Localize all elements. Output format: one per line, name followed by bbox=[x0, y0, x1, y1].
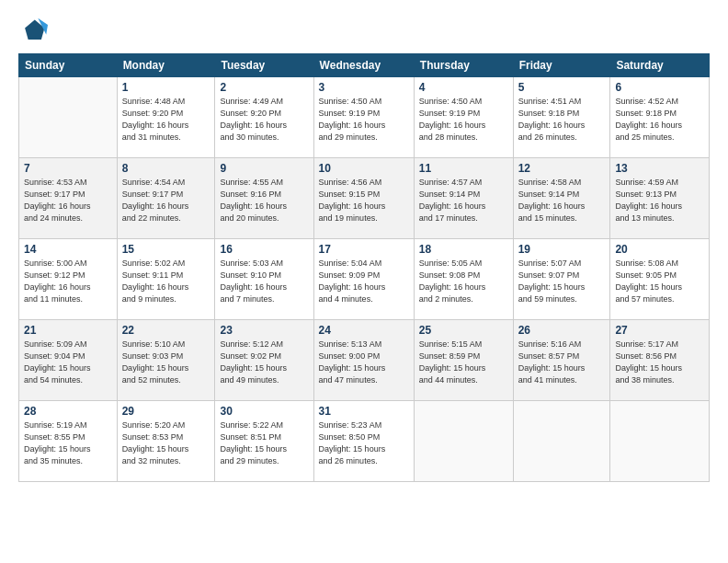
day-info: Sunrise: 5:16 AM Sunset: 8:57 PM Dayligh… bbox=[518, 339, 606, 386]
weekday-header-wednesday: Wednesday bbox=[313, 54, 414, 77]
day-number: 9 bbox=[220, 162, 308, 175]
calendar-cell: 22Sunrise: 5:10 AM Sunset: 9:03 PM Dayli… bbox=[117, 320, 215, 401]
calendar-cell: 20Sunrise: 5:08 AM Sunset: 9:05 PM Dayli… bbox=[610, 239, 710, 320]
day-number: 28 bbox=[24, 405, 112, 418]
calendar-cell: 29Sunrise: 5:20 AM Sunset: 8:53 PM Dayli… bbox=[117, 401, 215, 482]
day-info: Sunrise: 4:53 AM Sunset: 9:17 PM Dayligh… bbox=[24, 177, 112, 224]
calendar-cell: 18Sunrise: 5:05 AM Sunset: 9:08 PM Dayli… bbox=[414, 239, 513, 320]
calendar-cell bbox=[610, 401, 710, 482]
day-info: Sunrise: 4:52 AM Sunset: 9:18 PM Dayligh… bbox=[615, 96, 704, 144]
day-info: Sunrise: 5:20 AM Sunset: 8:53 PM Dayligh… bbox=[122, 419, 210, 467]
day-number: 13 bbox=[615, 162, 704, 175]
day-info: Sunrise: 4:58 AM Sunset: 9:14 PM Dayligh… bbox=[518, 177, 606, 224]
day-info: Sunrise: 5:22 AM Sunset: 8:51 PM Dayligh… bbox=[220, 419, 308, 467]
calendar-week-row: 21Sunrise: 5:09 AM Sunset: 9:04 PM Dayli… bbox=[19, 320, 710, 401]
day-number: 8 bbox=[122, 162, 210, 175]
weekday-header-monday: Monday bbox=[117, 54, 215, 77]
calendar-cell: 10Sunrise: 4:56 AM Sunset: 9:15 PM Dayli… bbox=[313, 158, 414, 239]
calendar-cell: 5Sunrise: 4:51 AM Sunset: 9:18 PM Daylig… bbox=[513, 77, 610, 158]
day-info: Sunrise: 5:19 AM Sunset: 8:55 PM Dayligh… bbox=[24, 419, 112, 467]
day-number: 26 bbox=[518, 324, 606, 337]
calendar-cell bbox=[513, 401, 610, 482]
page-header bbox=[18, 17, 710, 46]
day-info: Sunrise: 5:05 AM Sunset: 9:08 PM Dayligh… bbox=[419, 258, 508, 305]
day-info: Sunrise: 5:03 AM Sunset: 9:10 PM Dayligh… bbox=[220, 258, 308, 305]
day-number: 25 bbox=[419, 324, 508, 337]
day-number: 27 bbox=[615, 324, 704, 337]
calendar-cell: 16Sunrise: 5:03 AM Sunset: 9:10 PM Dayli… bbox=[215, 239, 313, 320]
calendar-header-row: SundayMondayTuesdayWednesdayThursdayFrid… bbox=[19, 54, 710, 77]
day-number: 16 bbox=[220, 243, 308, 256]
logo bbox=[18, 17, 51, 46]
calendar-body: 1Sunrise: 4:48 AM Sunset: 9:20 PM Daylig… bbox=[19, 77, 710, 482]
calendar-cell: 24Sunrise: 5:13 AM Sunset: 9:00 PM Dayli… bbox=[313, 320, 414, 401]
calendar-week-row: 28Sunrise: 5:19 AM Sunset: 8:55 PM Dayli… bbox=[19, 401, 710, 482]
calendar-cell: 12Sunrise: 4:58 AM Sunset: 9:14 PM Dayli… bbox=[513, 158, 610, 239]
day-number: 24 bbox=[319, 324, 409, 337]
day-info: Sunrise: 4:50 AM Sunset: 9:19 PM Dayligh… bbox=[319, 96, 409, 144]
day-number: 6 bbox=[615, 81, 704, 94]
weekday-header-thursday: Thursday bbox=[414, 54, 513, 77]
calendar-cell: 8Sunrise: 4:54 AM Sunset: 9:17 PM Daylig… bbox=[117, 158, 215, 239]
day-info: Sunrise: 4:51 AM Sunset: 9:18 PM Dayligh… bbox=[518, 96, 606, 144]
day-info: Sunrise: 4:48 AM Sunset: 9:20 PM Dayligh… bbox=[122, 96, 210, 144]
calendar-week-row: 14Sunrise: 5:00 AM Sunset: 9:12 PM Dayli… bbox=[19, 239, 710, 320]
weekday-header-friday: Friday bbox=[513, 54, 610, 77]
calendar-cell: 21Sunrise: 5:09 AM Sunset: 9:04 PM Dayli… bbox=[19, 320, 118, 401]
calendar-cell: 19Sunrise: 5:07 AM Sunset: 9:07 PM Dayli… bbox=[513, 239, 610, 320]
day-number: 14 bbox=[24, 243, 112, 256]
day-info: Sunrise: 4:54 AM Sunset: 9:17 PM Dayligh… bbox=[122, 177, 210, 224]
calendar-cell bbox=[19, 77, 118, 158]
calendar-cell: 23Sunrise: 5:12 AM Sunset: 9:02 PM Dayli… bbox=[215, 320, 313, 401]
calendar-cell: 14Sunrise: 5:00 AM Sunset: 9:12 PM Dayli… bbox=[19, 239, 118, 320]
day-number: 7 bbox=[24, 162, 112, 175]
day-number: 20 bbox=[615, 243, 704, 256]
weekday-header-sunday: Sunday bbox=[19, 54, 118, 77]
weekday-header-tuesday: Tuesday bbox=[215, 54, 313, 77]
day-info: Sunrise: 5:13 AM Sunset: 9:00 PM Dayligh… bbox=[319, 339, 409, 386]
day-number: 19 bbox=[518, 243, 606, 256]
logo-icon bbox=[18, 17, 48, 46]
day-info: Sunrise: 5:12 AM Sunset: 9:02 PM Dayligh… bbox=[220, 339, 308, 386]
day-number: 10 bbox=[319, 162, 409, 175]
day-number: 30 bbox=[220, 405, 308, 418]
day-info: Sunrise: 5:15 AM Sunset: 8:59 PM Dayligh… bbox=[419, 339, 508, 386]
day-info: Sunrise: 5:02 AM Sunset: 9:11 PM Dayligh… bbox=[122, 258, 210, 305]
calendar-cell bbox=[414, 401, 513, 482]
day-number: 4 bbox=[419, 81, 508, 94]
day-number: 2 bbox=[220, 81, 308, 94]
calendar-page: SundayMondayTuesdayWednesdayThursdayFrid… bbox=[0, 0, 728, 563]
day-number: 18 bbox=[419, 243, 508, 256]
day-info: Sunrise: 5:07 AM Sunset: 9:07 PM Dayligh… bbox=[518, 258, 606, 305]
day-info: Sunrise: 4:55 AM Sunset: 9:16 PM Dayligh… bbox=[220, 177, 308, 224]
day-info: Sunrise: 5:09 AM Sunset: 9:04 PM Dayligh… bbox=[24, 339, 112, 386]
day-number: 29 bbox=[122, 405, 210, 418]
day-number: 11 bbox=[419, 162, 508, 175]
day-number: 17 bbox=[319, 243, 409, 256]
calendar-cell: 6Sunrise: 4:52 AM Sunset: 9:18 PM Daylig… bbox=[610, 77, 710, 158]
calendar-cell: 30Sunrise: 5:22 AM Sunset: 8:51 PM Dayli… bbox=[215, 401, 313, 482]
day-info: Sunrise: 4:50 AM Sunset: 9:19 PM Dayligh… bbox=[419, 96, 508, 144]
day-info: Sunrise: 5:00 AM Sunset: 9:12 PM Dayligh… bbox=[24, 258, 112, 305]
calendar-cell: 9Sunrise: 4:55 AM Sunset: 9:16 PM Daylig… bbox=[215, 158, 313, 239]
day-number: 5 bbox=[518, 81, 606, 94]
day-info: Sunrise: 4:49 AM Sunset: 9:20 PM Dayligh… bbox=[220, 96, 308, 144]
day-number: 12 bbox=[518, 162, 606, 175]
day-number: 31 bbox=[319, 405, 409, 418]
calendar-cell: 3Sunrise: 4:50 AM Sunset: 9:19 PM Daylig… bbox=[313, 77, 414, 158]
day-info: Sunrise: 5:08 AM Sunset: 9:05 PM Dayligh… bbox=[615, 258, 704, 305]
calendar-cell: 11Sunrise: 4:57 AM Sunset: 9:14 PM Dayli… bbox=[414, 158, 513, 239]
day-info: Sunrise: 5:17 AM Sunset: 8:56 PM Dayligh… bbox=[615, 339, 704, 386]
calendar-cell: 7Sunrise: 4:53 AM Sunset: 9:17 PM Daylig… bbox=[19, 158, 118, 239]
day-info: Sunrise: 5:23 AM Sunset: 8:50 PM Dayligh… bbox=[319, 419, 409, 467]
day-number: 15 bbox=[122, 243, 210, 256]
day-info: Sunrise: 5:04 AM Sunset: 9:09 PM Dayligh… bbox=[319, 258, 409, 305]
day-number: 1 bbox=[122, 81, 210, 94]
calendar-cell: 17Sunrise: 5:04 AM Sunset: 9:09 PM Dayli… bbox=[313, 239, 414, 320]
day-number: 21 bbox=[24, 324, 112, 337]
day-info: Sunrise: 4:56 AM Sunset: 9:15 PM Dayligh… bbox=[319, 177, 409, 224]
calendar-cell: 2Sunrise: 4:49 AM Sunset: 9:20 PM Daylig… bbox=[215, 77, 313, 158]
calendar-cell: 1Sunrise: 4:48 AM Sunset: 9:20 PM Daylig… bbox=[117, 77, 215, 158]
day-number: 3 bbox=[319, 81, 409, 94]
calendar-cell: 26Sunrise: 5:16 AM Sunset: 8:57 PM Dayli… bbox=[513, 320, 610, 401]
